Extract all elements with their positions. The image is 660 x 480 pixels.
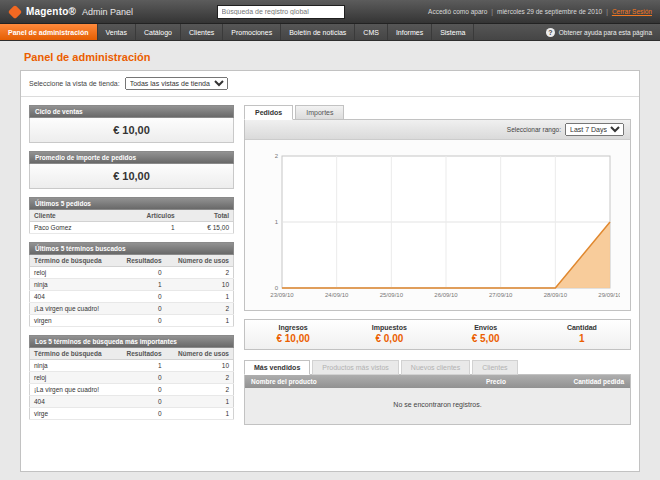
help-link[interactable]: ? Obtener ayuda para esta página <box>546 24 652 40</box>
dashboard-panel: Seleccione la vista de tienda: Todas las… <box>20 70 640 472</box>
nav-item-sales[interactable]: Ventas <box>98 24 136 40</box>
col-header-product: Nombre del producto <box>245 375 480 388</box>
svg-text:26/09/10: 26/09/10 <box>434 292 458 298</box>
search-term: 404 <box>30 396 117 408</box>
logo-subtitle: Admin Panel <box>82 7 133 17</box>
topbar: Magento® Admin Panel Accedió como aparo … <box>0 0 660 24</box>
search-term: ninja <box>30 360 117 372</box>
uses-count: 1 <box>166 291 234 303</box>
col-header-price: Precio <box>480 375 550 388</box>
table-header-row: Término de búsqueda Resultados Número de… <box>30 255 234 267</box>
table-row[interactable]: Paco Gomez 1 € 15,00 <box>30 222 234 234</box>
stat-value: € 5,00 <box>438 333 534 344</box>
magento-logo[interactable]: Magento® Admin Panel <box>8 6 133 17</box>
table-row[interactable]: 404 0 1 <box>30 396 234 408</box>
logout-link[interactable]: Cerrar Sesión <box>612 8 652 15</box>
store-view-label: Seleccione la vista de tienda: <box>29 80 120 87</box>
svg-text:25/09/10: 25/09/10 <box>379 292 403 298</box>
separator: | <box>491 8 493 15</box>
range-select[interactable]: Last 7 Days <box>565 123 624 136</box>
nav-item-promotions[interactable]: Promociones <box>223 24 281 40</box>
logged-in-as: Accedió como aparo <box>428 8 487 15</box>
results-count: 0 <box>116 384 165 396</box>
average-orders-value: € 10,00 <box>29 164 234 189</box>
right-column: Pedidos Importes Seleccionar rango: Last… <box>244 105 631 428</box>
block-title: Ciclo de ventas <box>29 105 234 118</box>
svg-text:24/09/10: 24/09/10 <box>324 292 348 298</box>
nav-item-dashboard[interactable]: Panel de administración <box>0 24 98 40</box>
uses-count: 1 <box>166 315 234 327</box>
nav-item-catalog[interactable]: Catálogo <box>136 24 181 40</box>
nav-item-newsletter[interactable]: Boletín de noticias <box>281 24 355 40</box>
nav-item-reports[interactable]: Informes <box>388 24 432 40</box>
table-row[interactable]: reloj 0 2 <box>30 372 234 384</box>
col-header: Término de búsqueda <box>30 348 117 360</box>
chart-box: Seleccionar rango: Last 7 Days 01223/09/… <box>244 119 631 311</box>
table-row[interactable]: virgen 0 1 <box>30 315 234 327</box>
table-row[interactable]: ¡La virgen que cuadro! 0 2 <box>30 303 234 315</box>
stat-value: € 10,00 <box>245 333 341 344</box>
content-area: Panel de administración Seleccione la vi… <box>0 41 660 480</box>
logo-text: Magento® <box>26 6 76 17</box>
results-count: 0 <box>116 372 165 384</box>
results-count: 0 <box>116 396 165 408</box>
dashboard-columns: Ciclo de ventas € 10,00 Promedio de impo… <box>21 97 639 436</box>
top-search-terms-block: Los 5 términos de búsqueda más important… <box>29 335 234 420</box>
table-row[interactable]: ¡La virgen que cuadro! 0 2 <box>30 384 234 396</box>
orders-area-chart: 01223/09/1024/09/1025/09/1026/09/1027/09… <box>256 148 620 306</box>
help-label: Obtener ayuda para esta página <box>559 29 652 36</box>
nav-item-system[interactable]: Sistema <box>432 24 474 40</box>
block-title: Últimos 5 términos buscados <box>29 242 234 255</box>
orders-chart: 01223/09/1024/09/1025/09/1026/09/1027/09… <box>245 140 630 310</box>
order-total: € 15,00 <box>179 222 234 234</box>
tab-orders[interactable]: Pedidos <box>244 105 293 120</box>
nav-item-customers[interactable]: Clientes <box>181 24 223 40</box>
search-term: ¡La virgen que cuadro! <box>30 384 117 396</box>
block-title: Los 5 términos de búsqueda más important… <box>29 335 234 348</box>
main-nav: Panel de administración Ventas Catálogo … <box>0 24 660 41</box>
col-header: Total <box>179 210 234 222</box>
results-count: 1 <box>116 360 165 372</box>
col-header: Artículos <box>113 210 179 222</box>
tab-amounts[interactable]: Importes <box>295 105 344 120</box>
last-orders-block: Últimos 5 pedidos Cliente Artículos Tota… <box>29 197 234 234</box>
tab-bestsellers[interactable]: Más vendidos <box>244 360 310 375</box>
left-column: Ciclo de ventas € 10,00 Promedio de impo… <box>29 105 234 428</box>
average-orders-block: Promedio de importe de pedidos € 10,00 <box>29 151 234 189</box>
tab-most-viewed[interactable]: Productos más vistos <box>312 360 399 375</box>
table-row[interactable]: virge 0 1 <box>30 408 234 420</box>
uses-count: 2 <box>166 267 234 279</box>
last-orders-table: Cliente Artículos Total Paco Gomez 1 € 1… <box>29 210 234 234</box>
tab-new-customers[interactable]: Nuevos clientes <box>401 360 470 375</box>
table-row[interactable]: 404 0 1 <box>30 291 234 303</box>
table-row[interactable]: ninja 1 10 <box>30 360 234 372</box>
global-search-input[interactable] <box>217 5 345 19</box>
nav-items: Panel de administración Ventas Catálogo … <box>0 24 474 40</box>
products-grid: Nombre del producto Precio Cantidad pedi… <box>244 374 631 425</box>
search-term: reloj <box>30 372 117 384</box>
col-header: Cliente <box>30 210 114 222</box>
col-header: Término de búsqueda <box>30 255 117 267</box>
svg-text:23/09/10: 23/09/10 <box>270 292 294 298</box>
uses-count: 10 <box>166 360 234 372</box>
totals-row: Ingresos € 10,00 Impuestos € 0,00 Envíos… <box>244 319 631 350</box>
lifetime-sales-value: € 10,00 <box>29 118 234 143</box>
stat-quantity: Cantidad 1 <box>534 320 630 349</box>
session-info: Accedió como aparo | miércoles 29 de sep… <box>428 8 652 15</box>
store-switcher: Seleccione la vista de tienda: Todas las… <box>21 71 639 97</box>
range-label: Seleccionar rango: <box>507 126 561 133</box>
svg-text:29/09/10: 29/09/10 <box>598 292 620 298</box>
tab-customers[interactable]: Clientes <box>472 360 517 375</box>
current-date: miércoles 29 de septiembre de 2010 <box>497 8 602 15</box>
products-grid-header: Nombre del producto Precio Cantidad pedi… <box>245 375 630 388</box>
table-row[interactable]: reloj 0 2 <box>30 267 234 279</box>
range-bar: Seleccionar rango: Last 7 Days <box>245 120 630 140</box>
magento-logo-icon <box>8 4 22 18</box>
separator: | <box>606 8 608 15</box>
empty-grid-message: No se encontraron registros. <box>245 388 630 424</box>
nav-item-cms[interactable]: CMS <box>355 24 388 40</box>
search-term: virgen <box>30 315 117 327</box>
stat-label: Impuestos <box>341 324 437 331</box>
table-row[interactable]: ninja 1 10 <box>30 279 234 291</box>
store-view-select[interactable]: Todas las vistas de tienda <box>125 77 228 90</box>
